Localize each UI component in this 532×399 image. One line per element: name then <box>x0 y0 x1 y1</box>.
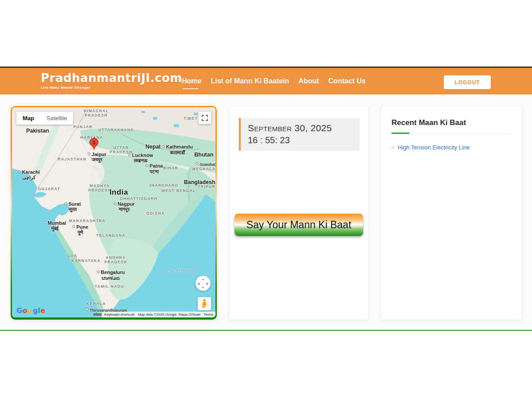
map-data-attribution: Map data ©2025 Google, Mapa GISrael <box>138 313 200 317</box>
map-label-subtext: मुंबई <box>51 226 59 232</box>
map-label-text: HIMACHAL PRADESH <box>84 109 109 118</box>
map-label: MEGHALAYA <box>192 167 215 172</box>
map-label-subtext: सूरत <box>69 207 77 213</box>
nav-item[interactable]: About <box>298 77 319 85</box>
map-label-text: Bangladesh <box>184 179 215 185</box>
recent-item-link[interactable]: High Tension Electricity Line <box>398 144 469 151</box>
map-label: GUJARAT <box>38 187 60 192</box>
current-date: September 30, 2025 <box>248 123 352 133</box>
main-nav: HomeList of Mann Ki BaateinAboutContact … <box>182 68 366 94</box>
google-logo[interactable]: Google <box>16 306 46 315</box>
map-label-text: MADHYA PRADESH <box>88 184 111 193</box>
map-label-text: Nepal <box>145 144 160 150</box>
map-label-text: TIBET <box>184 117 198 121</box>
map-label-text: India <box>110 188 128 197</box>
map-label: ANDHRA PRADESH <box>104 256 127 265</box>
pan-left-icon: ◀ <box>197 282 200 285</box>
map-label-subtext: पुणे <box>78 230 83 236</box>
pan-right-icon: ▶ <box>207 282 209 285</box>
recent-item: High Tension Electricity Line <box>391 144 511 151</box>
map-label: UTTAR PRADESH <box>110 146 132 155</box>
nav-item[interactable]: List of Mann Ki Baatein <box>211 77 289 85</box>
map-label-text: Lucknow <box>128 153 153 158</box>
map-label: Nepal <box>145 144 160 150</box>
header: PradhanmantriJI.com Lets Make Bharat Str… <box>0 68 532 94</box>
map-label: Bhutan <box>194 152 213 158</box>
map-label: KERALA <box>86 302 106 306</box>
pan-down-icon: ▼ <box>202 286 205 289</box>
map-label: Jaipur जयपुर <box>88 152 106 163</box>
map-label-text: GUJARAT <box>38 187 60 192</box>
pegman-icon <box>201 299 207 309</box>
map-label-text: TELANGANA <box>96 234 125 238</box>
map-label: BIHAR <box>163 166 178 171</box>
map-label-text: Karachi <box>18 169 39 175</box>
map-marker[interactable]: 1 <box>89 138 99 151</box>
map-view-button[interactable]: Map <box>16 112 40 125</box>
bullet-icon <box>391 146 394 149</box>
map-label-text: BIHAR <box>163 166 178 171</box>
logout-button[interactable]: LOGOUT <box>444 75 491 89</box>
map-label-text: Surat <box>64 201 81 207</box>
map-label-text: Guwahati <box>196 162 215 167</box>
map-label: Pune पुणे <box>72 224 88 235</box>
map-label: HIMACHAL PRADESH <box>84 109 109 118</box>
map-label: TIBET <box>184 117 198 121</box>
nav-item[interactable]: Contact Us <box>329 77 366 85</box>
map-label-text: RAJASTHAN <box>58 157 86 162</box>
site-tagline: Lets Make Bharat Stronger <box>41 86 182 90</box>
map-label-text: CHHATTISGARH <box>120 197 157 201</box>
map-card: Pakistan HIMACHAL PRADESH PUNJAB UTTARAK… <box>11 106 217 320</box>
map-label: Patna पटना <box>145 164 163 175</box>
map-label-subtext: ಬೆಂಗಳೂರು <box>102 275 120 281</box>
pan-up-icon: ▲ <box>202 278 205 281</box>
pegman-button[interactable] <box>198 297 211 310</box>
nav-item-label: Home <box>182 77 201 85</box>
map-type-control: Map Satellite <box>16 112 73 125</box>
say-mann-ki-baat-button[interactable]: Say Your Mann Ki Baat <box>235 214 363 236</box>
map-label-text: Mumbai <box>44 220 66 226</box>
map-label-subtext: जयपुर <box>92 157 102 163</box>
terms-link[interactable]: Terms <box>203 313 213 317</box>
map-label: WEST BENGAL <box>161 189 196 193</box>
site-title: PradhanmantriJI.com <box>41 71 182 85</box>
map-label-text: TAMIL NADU <box>95 285 124 289</box>
map-label-text: UTTAR PRADESH <box>110 146 132 155</box>
map-label: PUNJAB <box>74 125 93 129</box>
map-label-text: Pune <box>72 224 88 230</box>
map-label-subtext: کراچی <box>22 175 35 181</box>
map-label-text: Bengaluru <box>97 270 125 276</box>
map-label-text: GOA <box>67 254 78 258</box>
footer-divider <box>0 330 532 331</box>
fullscreen-icon <box>202 115 208 121</box>
datetime-box: September 30, 2025 16 : 55: 23 <box>239 118 360 151</box>
pan-control[interactable]: ▲ ▼ ◀ ▶ <box>196 276 211 291</box>
keyboard-shortcuts-link[interactable]: Keyboard shortcuts <box>104 313 135 317</box>
satellite-view-button[interactable]: Satellite <box>40 112 73 125</box>
map-attribution-bar: Keyboard shortcuts Map data ©2025 Google… <box>102 312 215 317</box>
map-embed[interactable]: Pakistan HIMACHAL PRADESH PUNJAB UTTARAK… <box>12 107 215 317</box>
map-label: Lucknow लखनऊ <box>128 153 153 164</box>
recent-title-divider <box>391 133 511 133</box>
map-label: Kathmandu काठमाडौं <box>162 145 193 156</box>
map-label: CHHATTISGARH <box>120 197 157 201</box>
map-label-text: PUNJAB <box>74 125 93 129</box>
map-label: GOA <box>67 254 78 258</box>
map-marker-label: 1 <box>90 138 98 147</box>
map-label: TAMIL NADU <box>95 285 124 289</box>
nav-item[interactable]: Home <box>182 77 201 85</box>
datetime-card: September 30, 2025 16 : 55: 23 Say Your … <box>229 106 369 320</box>
map-label: JHARKHAND <box>149 184 178 188</box>
map-label-text: ANDHRA PRADESH <box>104 256 127 265</box>
map-label: Bay of Bengal <box>167 269 195 274</box>
nav-item-label: List of Mann Ki Baatein <box>211 77 289 85</box>
fullscreen-button[interactable] <box>199 112 211 124</box>
map-labels-layer: Pakistan HIMACHAL PRADESH PUNJAB UTTARAK… <box>12 107 215 317</box>
map-label-text: Nagpur <box>113 201 135 207</box>
map-label-text: Patna <box>145 164 163 169</box>
map-label-text: MAHARASHTRA <box>69 219 106 223</box>
site-logo[interactable]: PradhanmantriJI.com Lets Make Bharat Str… <box>41 71 182 90</box>
map-label-subtext: पटना <box>150 169 159 175</box>
map-label: Guwahati <box>196 162 215 167</box>
map-label: Surat सूरत <box>64 201 81 212</box>
